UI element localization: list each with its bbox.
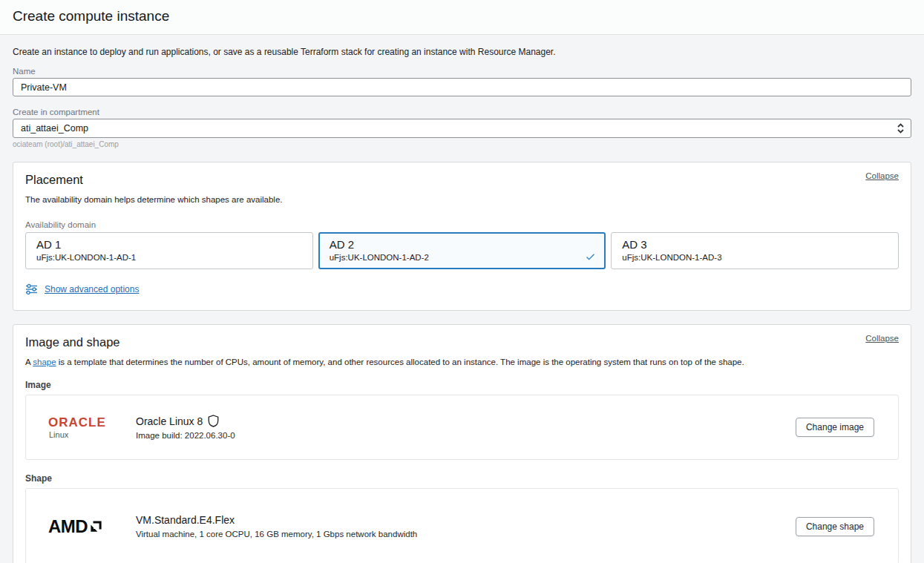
ad-card-name: AD 3 bbox=[622, 238, 888, 251]
compartment-field-label: Create in compartment bbox=[13, 108, 911, 116]
shield-icon bbox=[208, 415, 219, 427]
ad-card-code: uFjs:UK-LONDON-1-AD-2 bbox=[330, 253, 595, 262]
ad-card-code: uFjs:UK-LONDON-1-AD-1 bbox=[36, 253, 302, 262]
image-shape-description: A shape is a template that determines th… bbox=[25, 358, 899, 366]
ad-card-code: uFjs:UK-LONDON-1-AD-3 bbox=[622, 253, 888, 262]
ad-card-2-selected[interactable]: AD 2 uFjs:UK-LONDON-1-AD-2 bbox=[318, 232, 606, 269]
shape-doc-link[interactable]: shape bbox=[33, 358, 56, 366]
image-label: Image bbox=[25, 380, 899, 390]
description-prefix: A bbox=[25, 358, 33, 366]
availability-domain-options: AD 1 uFjs:UK-LONDON-1-AD-1 AD 2 uFjs:UK-… bbox=[25, 232, 899, 269]
ad-card-name: AD 2 bbox=[330, 238, 595, 251]
placement-section: Placement Collapse The availability doma… bbox=[13, 162, 911, 311]
name-field-label: Name bbox=[13, 67, 911, 76]
name-field-group: Name bbox=[13, 67, 911, 96]
oracle-logo-text: ORACLE bbox=[48, 416, 117, 429]
compartment-selected-value: ati_attaei_Comp bbox=[21, 123, 88, 134]
page-title: Create compute instance bbox=[13, 8, 911, 24]
change-shape-button[interactable]: Change shape bbox=[796, 517, 874, 536]
shape-name: VM.Standard.E4.Flex bbox=[136, 514, 235, 526]
intro-text: Create an instance to deploy and run app… bbox=[13, 47, 911, 57]
image-and-shape-section: Image and shape Collapse A shape is a te… bbox=[13, 324, 911, 563]
ad-card-name: AD 1 bbox=[36, 238, 302, 251]
page-header: Create compute instance bbox=[0, 0, 924, 35]
placement-description: The availability domain helps determine … bbox=[25, 195, 899, 204]
create-instance-form: Create an instance to deploy and run app… bbox=[0, 35, 924, 563]
shape-details-text: Virtual machine, 1 core OCPU, 16 GB memo… bbox=[136, 530, 417, 539]
oracle-linux-logo: ORACLE Linux bbox=[48, 416, 117, 439]
ad-card-3[interactable]: AD 3 uFjs:UK-LONDON-1-AD-3 bbox=[611, 232, 899, 269]
image-name: Oracle Linux 8 bbox=[136, 415, 203, 427]
amd-logo-text: AMD bbox=[48, 518, 88, 536]
placement-collapse-link[interactable]: Collapse bbox=[865, 171, 899, 180]
shape-label: Shape bbox=[25, 473, 899, 484]
sliders-icon bbox=[25, 283, 38, 295]
amd-logo: AMD bbox=[48, 518, 117, 536]
selected-image-card: ORACLE Linux Oracle Linux 8 Image build:… bbox=[25, 395, 899, 460]
compartment-field-group: Create in compartment ati_attaei_Comp oc… bbox=[13, 108, 911, 148]
image-and-shape-title: Image and shape bbox=[25, 335, 120, 349]
ad-card-1[interactable]: AD 1 uFjs:UK-LONDON-1-AD-1 bbox=[25, 232, 313, 269]
selected-shape-card: AMD VM.Standard.E4.Flex Virtual machine,… bbox=[25, 488, 899, 563]
compartment-path-helper: ociateam (root)/ati_attaei_Comp bbox=[13, 140, 911, 148]
checkmark-icon bbox=[585, 251, 596, 263]
show-advanced-options-link[interactable]: Show advanced options bbox=[45, 284, 139, 294]
change-image-button[interactable]: Change image bbox=[796, 418, 874, 437]
compartment-select[interactable]: ati_attaei_Comp bbox=[13, 119, 911, 138]
image-shape-collapse-link[interactable]: Collapse bbox=[865, 334, 899, 343]
oracle-logo-subtext: Linux bbox=[49, 430, 117, 439]
description-suffix: is a template that determines the number… bbox=[56, 358, 744, 366]
availability-domain-label: Availability domain bbox=[25, 220, 899, 229]
name-input[interactable] bbox=[13, 78, 911, 96]
image-build-text: Image build: 2022.06.30-0 bbox=[136, 431, 235, 440]
stepper-icon[interactable] bbox=[897, 123, 905, 134]
placement-title: Placement bbox=[25, 173, 83, 187]
amd-arrow-mark-icon bbox=[89, 519, 103, 533]
